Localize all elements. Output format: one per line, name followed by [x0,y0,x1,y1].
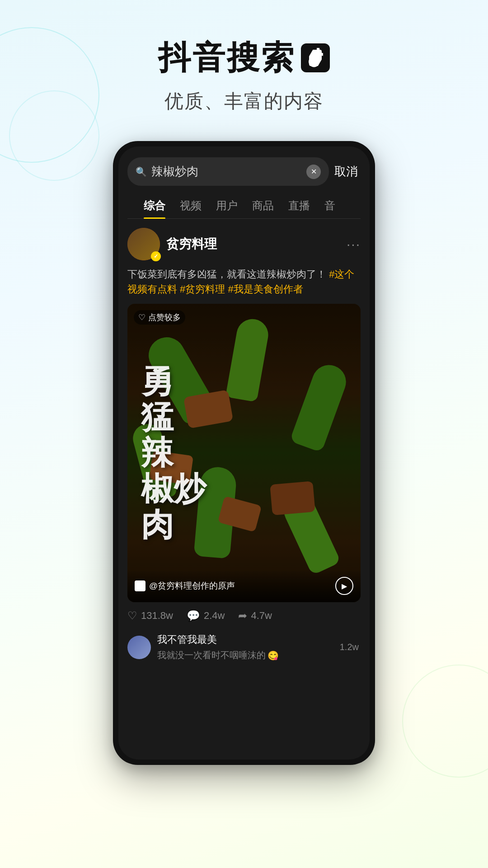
account-left: ✓ 贫穷料理 [127,228,217,260]
next-user-avatar [127,636,151,659]
calli-line-1: 勇 [141,363,174,399]
search-query-text: 辣椒炒肉 [151,164,302,179]
tab-视频[interactable]: 视频 [173,193,209,218]
title-text: 抖音搜索 [158,36,296,80]
calli-line-5: 肉 [141,507,174,542]
video-card[interactable]: ♡ 点赞较多 勇 猛 辣 椒炒 肉 ♪ [127,304,361,602]
verified-badge: ✓ [151,251,161,261]
tab-商品[interactable]: 商品 [245,193,281,218]
tab-音[interactable]: 音 [317,193,343,218]
next-count-badge: 1.2w [340,642,361,652]
search-bar[interactable]: 🔍 辣椒炒肉 ✕ [127,157,329,186]
desc-main: 下饭菜到底有多凶猛，就看这道辣椒炒肉了！ [127,269,326,280]
share-icon: ➦ [238,609,247,622]
phone-frame: 🔍 辣椒炒肉 ✕ 取消 综合 视频 用户 [113,141,375,765]
search-area: 🔍 辣椒炒肉 ✕ 取消 综合 视频 用户 [118,146,370,219]
shares-stat: ➦ 4.7w [238,609,272,622]
account-row: ✓ 贫穷料理 ··· [127,228,361,260]
calli-line-3: 辣 [141,435,174,471]
video-badge: ♡ 点赞较多 [134,310,185,325]
cancel-button[interactable]: 取消 [334,164,361,179]
audio-info: ♪ @贫穷料理创作的原声 [135,580,235,592]
next-result-row: 我不管我最美 我就没一次看时不咽唾沫的 😋 1.2w [127,628,361,661]
video-calligraphy-overlay: 勇 猛 辣 椒炒 肉 [127,304,361,602]
likes-stat: ♡ 131.8w [127,609,173,622]
calli-line-4: 椒炒 [141,471,206,507]
tab-综合[interactable]: 综合 [136,193,173,218]
heart-icon: ♡ [127,609,137,622]
stats-row: ♡ 131.8w 💬 2.4w ➦ 4.7w [127,602,361,628]
tiktok-logo-icon [301,43,330,72]
description-text: 下饭菜到底有多凶猛，就看这道辣椒炒肉了！ #这个视频有点料 #贫穷料理 #我是美… [127,267,361,297]
heart-badge-icon: ♡ [138,312,145,322]
calli-line-2: 猛 [141,399,174,435]
phone-wrapper: 🔍 辣椒炒肉 ✕ 取消 综合 视频 用户 [0,141,488,765]
next-desc-text: 我就没一次看时不咽唾沫的 [157,649,266,661]
phone-screen: 🔍 辣椒炒肉 ✕ 取消 综合 视频 用户 [118,146,370,760]
comment-icon: 💬 [187,609,200,622]
comments-stat: 💬 2.4w [187,609,225,622]
tab-用户[interactable]: 用户 [209,193,245,218]
avatar-wrap: ✓ [127,228,160,260]
tabs-row: 综合 视频 用户 商品 直播 音 [127,186,361,219]
audio-label: @贫穷料理创作的原声 [149,580,235,592]
video-bottom-bar: ♪ @贫穷料理创作的原声 ▶ [127,570,361,602]
next-user-name: 我不管我最美 [157,633,279,646]
search-icon: 🔍 [136,166,147,177]
likes-count: 131.8w [141,610,173,622]
next-user-text: 我不管我最美 我就没一次看时不咽唾沫的 😋 [157,633,279,661]
clear-search-button[interactable]: ✕ [306,165,321,179]
play-button[interactable]: ▶ [335,577,353,595]
badge-text: 点赞较多 [148,312,181,323]
shares-count: 4.7w [251,610,272,622]
comments-count: 2.4w [204,610,225,622]
main-title: 抖音搜索 [0,36,488,80]
tab-直播[interactable]: 直播 [281,193,317,218]
content-area: ✓ 贫穷料理 ··· 下饭菜到底有多凶猛，就看这道辣椒炒肉了！ #这个视频有点料… [118,219,370,760]
more-options-button[interactable]: ··· [347,236,361,252]
account-name[interactable]: 贫穷料理 [166,236,217,253]
next-emoji: 😋 [267,650,279,661]
tiktok-small-icon: ♪ [135,580,145,591]
search-bar-row: 🔍 辣椒炒肉 ✕ 取消 [127,157,361,186]
next-user-desc: 我就没一次看时不咽唾沫的 😋 [157,649,279,661]
header-section: 抖音搜索 优质、丰富的内容 [0,0,488,114]
sub-title: 优质、丰富的内容 [0,89,488,114]
